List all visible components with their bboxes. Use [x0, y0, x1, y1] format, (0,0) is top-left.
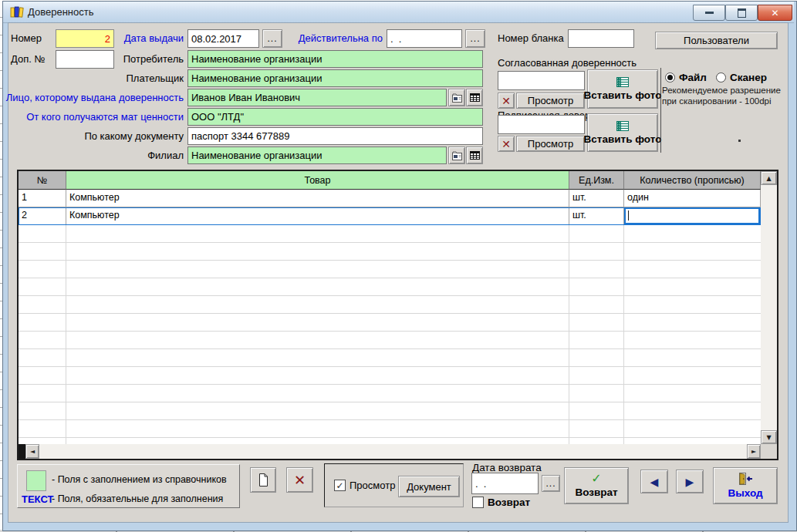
signed-input[interactable] [498, 115, 585, 134]
table-grid-icon [470, 151, 480, 160]
deystvitelna-po-picker-button[interactable]: ... [465, 29, 485, 48]
photo-grid-icon [616, 121, 629, 131]
exit-button-label: Выход [728, 487, 762, 499]
signed-delete-button[interactable]: ✕ [498, 136, 515, 152]
litso-table-button[interactable] [466, 89, 483, 106]
col-kol-header[interactable]: Количество (прописью) [624, 171, 761, 190]
agreed-delete-button[interactable]: ✕ [498, 93, 515, 109]
filial-directory-button[interactable] [448, 146, 465, 164]
scan-divider [660, 68, 661, 153]
vozvrat-button[interactable]: ✓ Возврат [564, 467, 629, 504]
empty-grid-area [19, 225, 761, 444]
nomer-blanka-input[interactable] [568, 29, 634, 48]
right-arrow-icon: ► [751, 448, 756, 455]
filial-label: Филиал [3, 146, 184, 164]
grid-divider [623, 225, 624, 444]
check-icon: ✓ [591, 473, 601, 484]
radio-unselected-icon [716, 72, 726, 82]
row2-tovar-cell[interactable]: Компьютер [66, 207, 569, 225]
radio-selected-icon [665, 72, 675, 82]
data-vydachi-picker-button[interactable]: ... [262, 29, 282, 48]
litso-directory-button[interactable] [448, 89, 465, 106]
close-icon: ✕ [771, 8, 778, 19]
title-bar[interactable] [3, 2, 794, 23]
card-index-icon [452, 151, 462, 160]
data-vozvrata-picker-button[interactable]: ... [542, 475, 560, 492]
col-num-header[interactable]: № [19, 171, 66, 190]
scan-hint-line1: Рекомендуемое разрешение [662, 86, 781, 95]
deystvitelna-po-label: Действительна по [285, 29, 383, 47]
data-vozvrata-input[interactable] [471, 473, 539, 494]
scroll-up-button[interactable]: ▲ [761, 171, 777, 185]
dokument-button[interactable]: Документ [398, 476, 460, 497]
file-radio[interactable]: Файл [665, 72, 707, 83]
nomer-input[interactable] [56, 29, 114, 48]
text-caret [628, 210, 629, 221]
left-triangle-icon: ◀ [650, 476, 659, 488]
row1-num-cell[interactable]: 1 [19, 190, 66, 207]
litso-input[interactable] [187, 89, 447, 106]
potrebitel-input[interactable] [187, 50, 483, 68]
data-vydachi-input[interactable] [187, 29, 259, 48]
delete-x-icon: ✕ [502, 95, 511, 107]
table-header: № Товар Ед.Изм. Количество (прописью) [19, 171, 761, 190]
nomer-blanka-label: Номер бланка [498, 29, 564, 47]
vozvrat-checkbox-label: Возврат [488, 497, 530, 508]
prosmotr-checkbox[interactable]: ✓ Просмотр [334, 480, 395, 491]
scrollbar-anchor [19, 444, 25, 459]
close-button[interactable]: ✕ [758, 5, 792, 21]
vertical-scrollbar[interactable]: ▲ ▼ [761, 171, 777, 444]
restore-button[interactable] [725, 5, 758, 21]
col-ed-header[interactable]: Ед.Изм. [569, 171, 624, 190]
stray-dot [738, 140, 741, 142]
agreed-view-button[interactable]: Просмотр [516, 93, 585, 109]
platelschik-label: Плательщик [80, 69, 184, 87]
legend-green-swatch [26, 470, 46, 491]
row2-ed-cell[interactable]: шт. [569, 207, 624, 225]
exit-button[interactable]: Выход [713, 467, 778, 504]
row1-tovar-cell[interactable]: Компьютер [66, 190, 569, 207]
insert-photo-label: Вставить фото [584, 133, 662, 145]
agreed-section-label: Согласованная доверенность [498, 57, 637, 69]
restore-icon [738, 8, 746, 18]
row1-kol-cell[interactable]: один [624, 190, 761, 207]
scroll-left-button[interactable]: ◄ [25, 444, 39, 459]
prev-record-button[interactable]: ◀ [640, 470, 668, 493]
ot-kogo-input[interactable] [187, 108, 483, 126]
row2-kol-cell-focused[interactable] [624, 207, 761, 225]
agreed-insert-photo-button[interactable]: Вставить фото [587, 69, 658, 109]
col-tovar-header[interactable]: Товар [66, 171, 569, 190]
next-record-button[interactable]: ▶ [676, 470, 704, 493]
down-arrow-icon: ▼ [766, 434, 771, 441]
delete-row-button[interactable]: ✕ [286, 467, 313, 493]
filial-table-button[interactable] [466, 146, 483, 164]
scanner-radio[interactable]: Сканер [716, 72, 767, 83]
agreed-input[interactable] [498, 71, 585, 90]
goods-table: № Товар Ед.Изм. Количество (прописью) 1 … [17, 170, 778, 460]
checkbox-checked-icon: ✓ [334, 480, 346, 491]
signed-view-button[interactable]: Просмотр [516, 136, 585, 152]
table-row-selected[interactable]: 2 Компьютер шт. [19, 207, 761, 225]
filial-input[interactable] [187, 146, 447, 164]
new-document-button[interactable] [250, 467, 276, 493]
platelschik-input[interactable] [187, 69, 483, 87]
po-dokumentu-input[interactable] [187, 127, 483, 145]
scroll-down-button[interactable]: ▼ [761, 430, 777, 444]
ot-kogo-label: От кого получаются мат ценности [3, 108, 184, 126]
table-row[interactable]: 1 Компьютер шт. один [19, 190, 761, 207]
file-radio-label: Файл [679, 72, 707, 83]
row1-ed-cell[interactable]: шт. [569, 190, 624, 207]
table-grid-icon [470, 93, 480, 102]
polzovateli-button[interactable]: Пользователи [655, 32, 778, 49]
minimize-button[interactable] [693, 5, 725, 21]
horizontal-scrollbar[interactable]: ◄ ► [19, 444, 761, 459]
signed-insert-photo-button[interactable]: Вставить фото [587, 113, 658, 152]
vozvrat-checkbox[interactable]: Возврат [472, 497, 530, 508]
scroll-right-button[interactable]: ► [747, 444, 761, 459]
legend-line1: - Поля с заполнением из справочников [52, 470, 227, 490]
nomer-label: Номер [11, 29, 42, 47]
grid-divider [569, 225, 569, 444]
deystvitelna-po-input[interactable] [387, 29, 462, 48]
row2-num-cell[interactable]: 2 [19, 207, 66, 225]
app-books-icon [10, 5, 25, 20]
